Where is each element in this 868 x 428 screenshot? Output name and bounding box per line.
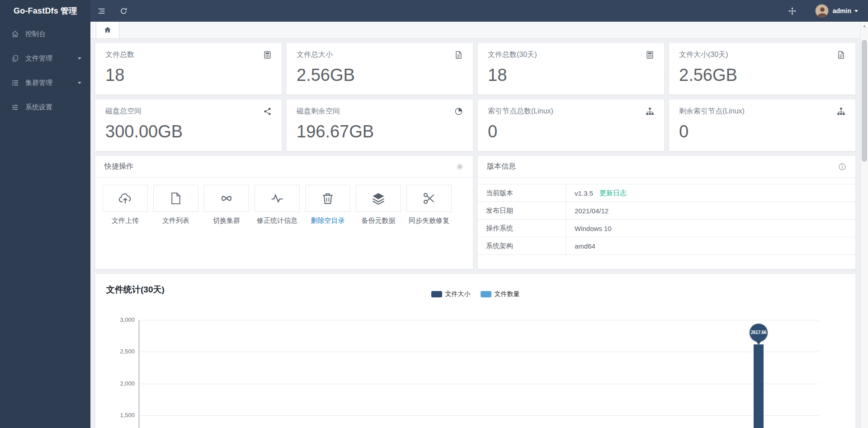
trash-icon bbox=[321, 192, 335, 205]
files-icon bbox=[11, 55, 19, 62]
username: admin bbox=[833, 7, 851, 14]
list-icon bbox=[11, 79, 19, 87]
info-icon bbox=[838, 163, 846, 171]
stat-disk-free: 磁盘剩余空间 196.67GB bbox=[286, 99, 473, 151]
action-file-list[interactable]: 文件列表 bbox=[153, 185, 198, 225]
caret-down-icon bbox=[854, 10, 858, 12]
version-info-title: 版本信息 bbox=[487, 162, 516, 171]
version-row-value: Windows 10 bbox=[566, 225, 612, 232]
action-repair-sync[interactable]: 同步失败修复 bbox=[406, 185, 452, 225]
version-row-label: 系统架构 bbox=[478, 237, 566, 254]
stat-value: 2.56GB bbox=[679, 66, 845, 85]
pie-icon bbox=[454, 107, 463, 116]
cloud-upload-icon bbox=[118, 192, 132, 205]
version-row: 系统架构 amd64 bbox=[478, 237, 855, 255]
legend-item-file-count[interactable]: 文件数量 bbox=[481, 290, 520, 298]
stat-label: 文件大小(30天) bbox=[679, 50, 728, 60]
stat-inodes-total: 索引节点总数(Linux) 0 bbox=[477, 99, 665, 151]
chart-ytick-label: 3,000 bbox=[109, 316, 135, 323]
stat-value: 2.56GB bbox=[297, 66, 463, 85]
stat-cards-grid: 文件总数 18 文件总大小 2.56GB bbox=[95, 42, 856, 151]
file-icon bbox=[169, 192, 183, 205]
stat-label: 磁盘总空间 bbox=[105, 107, 142, 116]
layers-icon bbox=[372, 192, 385, 205]
chart-bar-file-size[interactable] bbox=[754, 344, 764, 428]
caret-down-icon bbox=[78, 82, 81, 84]
sidebar-toggle-button[interactable] bbox=[90, 0, 113, 22]
sitemap-icon bbox=[837, 107, 845, 116]
user-menu[interactable]: admin bbox=[815, 4, 858, 18]
version-row-label: 操作系统 bbox=[478, 220, 566, 237]
vertical-scrollbar[interactable]: ▲ bbox=[860, 22, 868, 428]
stat-total-size: 文件总大小 2.56GB bbox=[286, 42, 473, 95]
stat-value: 0 bbox=[488, 122, 654, 141]
sidebar-item-console[interactable]: 控制台 bbox=[0, 22, 90, 46]
scissors-icon bbox=[422, 192, 436, 205]
stat-value: 18 bbox=[105, 66, 272, 85]
top-navbar: Go-FastDfs 管理 admin bbox=[0, 0, 868, 22]
version-row: 当前版本 v1.3.5 更新日志 bbox=[478, 184, 855, 202]
action-delete-empty-dir[interactable]: 删除空目录 bbox=[305, 185, 350, 225]
refresh-button[interactable] bbox=[113, 0, 135, 22]
chart-ytick-label: 2,500 bbox=[109, 348, 135, 355]
navbar-right: admin bbox=[781, 0, 868, 22]
fullscreen-button[interactable] bbox=[781, 0, 803, 22]
stat-total-files-30d: 文件总数(30天) 18 bbox=[477, 42, 665, 95]
chart-gridline bbox=[140, 320, 819, 320]
stat-inodes-free: 剩余索引节点(Linux) 0 bbox=[669, 99, 856, 151]
scrollbar-thumb[interactable] bbox=[862, 40, 867, 162]
stat-value: 0 bbox=[679, 122, 845, 141]
version-row-value: 2021/04/12 bbox=[566, 207, 609, 215]
calculator-icon bbox=[646, 51, 654, 59]
sitemap-icon bbox=[646, 107, 654, 116]
stat-value: 300.00GB bbox=[105, 122, 272, 141]
version-row-label: 发布日期 bbox=[478, 202, 566, 219]
stat-disk-total: 磁盘总空间 300.00GB bbox=[95, 99, 282, 151]
sliders-icon bbox=[11, 103, 19, 111]
scroll-up-arrow[interactable]: ▲ bbox=[861, 22, 868, 30]
version-row-label: 当前版本 bbox=[478, 184, 566, 202]
refresh-icon bbox=[119, 7, 128, 15]
stat-total-files: 文件总数 18 bbox=[95, 42, 282, 95]
infinity-icon bbox=[220, 192, 233, 205]
stat-value: 196.67GB bbox=[297, 122, 463, 141]
caret-down-icon bbox=[78, 57, 81, 60]
home-icon bbox=[11, 30, 19, 38]
version-row-value: v1.3.5 bbox=[566, 189, 593, 197]
action-switch-cluster[interactable]: 切换集群 bbox=[204, 185, 249, 225]
legend-item-file-size[interactable]: 文件大小 bbox=[431, 290, 471, 298]
action-upload-file[interactable]: 文件上传 bbox=[103, 185, 148, 225]
sidebar-item-label: 控制台 bbox=[25, 30, 46, 38]
sidebar-item-settings[interactable]: 系统设置 bbox=[0, 95, 90, 119]
chart-ytick-label: 2,000 bbox=[109, 380, 135, 387]
stat-label: 文件总大小 bbox=[297, 50, 333, 60]
file-icon bbox=[837, 51, 845, 59]
legend-swatch bbox=[431, 291, 442, 297]
gear-icon[interactable] bbox=[456, 163, 464, 171]
quick-actions-panel: 快捷操作 文件上传 文件列表 bbox=[95, 155, 473, 269]
tab-bar bbox=[90, 22, 860, 39]
avatar bbox=[815, 4, 829, 18]
sidebar-item-label: 集群管理 bbox=[25, 79, 52, 87]
stat-label: 磁盘剩余空间 bbox=[297, 107, 340, 116]
stat-label: 剩余索引节点(Linux) bbox=[679, 107, 745, 116]
dashboard-content: 文件总数 18 文件总大小 2.56GB bbox=[90, 39, 860, 428]
file-statistics-chart-panel: 文件统计(30天) 文件大小 文件数量 3,0002,5002,0001,500… bbox=[95, 273, 856, 428]
sidebar-item-cluster[interactable]: 集群管理 bbox=[0, 71, 90, 95]
calculator-icon bbox=[263, 51, 272, 59]
tab-home[interactable] bbox=[96, 22, 119, 38]
quick-actions-title: 快捷操作 bbox=[104, 162, 133, 171]
share-nodes-icon bbox=[263, 107, 272, 116]
app-root: Go-FastDfs 管理 admin bbox=[0, 0, 868, 428]
changelog-link[interactable]: 更新日志 bbox=[599, 189, 627, 198]
action-backup-metadata[interactable]: 备份元数据 bbox=[356, 185, 401, 225]
file-icon bbox=[454, 51, 463, 59]
sidebar-item-files[interactable]: 文件管理 bbox=[0, 46, 90, 71]
stat-value: 18 bbox=[488, 66, 654, 85]
version-table: 当前版本 v1.3.5 更新日志 发布日期 2021/04/12 操作系统 Wi… bbox=[478, 184, 855, 255]
hamburger-icon bbox=[97, 7, 106, 15]
pulse-icon bbox=[270, 192, 284, 205]
stat-label: 索引节点总数(Linux) bbox=[488, 107, 553, 116]
action-fix-statistics[interactable]: 修正统计信息 bbox=[255, 185, 300, 225]
chart-ytick-label: 1,500 bbox=[109, 412, 135, 419]
